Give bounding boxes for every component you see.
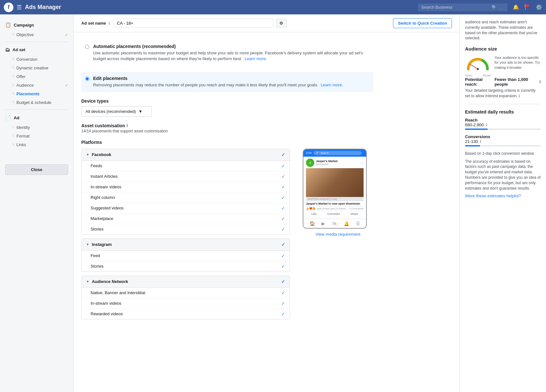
sidebar-item-audience[interactable]: └ Audience ✓ — [0, 81, 73, 90]
campaign-section: 📋 Campaign └ Objective ✓ — [0, 20, 73, 39]
search-icon: 🔍 — [492, 5, 497, 10]
device-types-dropdown[interactable]: All devices (recommended) ▼ — [81, 106, 152, 117]
reach-value: 680-2,900 ℹ — [465, 122, 541, 127]
facebook-marketplace-label: Marketplace — [91, 216, 113, 221]
facebook-marketplace-item[interactable]: Marketplace ✓ — [82, 214, 290, 224]
audience-network-collapse-icon: ▼ — [86, 280, 89, 283]
audience-network-check-icon: ✓ — [281, 279, 285, 284]
facebook-right-column-item[interactable]: Right column ✓ — [82, 192, 290, 203]
edit-placement-text: Edit placements Removing placements may … — [93, 76, 343, 88]
sidebar-item-objective[interactable]: └ Objective ✓ — [0, 30, 73, 39]
facebook-feeds-item[interactable]: Feeds ✓ — [82, 161, 290, 171]
facebook-suggested-videos-item[interactable]: Suggested videos ✓ — [82, 203, 290, 214]
conversions-bar-container — [465, 145, 541, 146]
facebook-instream-check: ✓ — [281, 184, 285, 190]
settings-icon[interactable]: ⚙️ — [536, 4, 542, 10]
preview-search-icon: 🔍 — [316, 152, 319, 154]
gauge-labels: Speci Broad — [465, 74, 491, 77]
audience-network-rewarded-item[interactable]: Rewarded videos ✓ — [82, 309, 290, 319]
sidebar-item-links[interactable]: └ Links — [0, 140, 73, 149]
facebook-stories-item[interactable]: Stories ✓ — [82, 224, 290, 234]
were-estimates-helpful-link[interactable]: Were these estimates helpful? — [465, 193, 541, 198]
instagram-stories-label: Stories — [91, 264, 103, 269]
interest-expansion-info-icon[interactable]: ℹ — [518, 94, 520, 98]
reach-info-icon[interactable]: ℹ — [486, 122, 487, 127]
facebook-feeds-label: Feeds — [91, 163, 102, 168]
ad-set-header: 🗂 Ad set — [0, 44, 73, 55]
sidebar-item-conversion[interactable]: └ Conversion — [0, 55, 73, 64]
automatic-radio[interactable] — [85, 45, 89, 49]
preview-device-header: 2:04 🔍 Search — [303, 149, 366, 157]
sidebar-item-identity[interactable]: └ Identity — [0, 123, 73, 132]
switch-to-quick-creation-button[interactable]: Switch to Quick Creation — [393, 18, 452, 28]
close-button[interactable]: Close — [5, 164, 68, 175]
facebook-collapse-icon: ▼ — [86, 153, 89, 156]
asset-info-icon[interactable]: ℹ — [126, 123, 128, 128]
instagram-platform-group: ▼ Instagram ✓ Feed ✓ Stories — [81, 239, 290, 272]
automatic-learn-more-link[interactable]: Learn more. — [245, 56, 267, 61]
sidebar-item-placements[interactable]: └ Placements — [0, 90, 73, 98]
facebook-right-column-label: Right column — [91, 195, 115, 200]
audience-network-native-check: ✓ — [281, 290, 285, 295]
view-media-requirement-link[interactable]: View media requirement — [303, 232, 373, 237]
sidebar: 📋 Campaign └ Objective ✓ 🗂 Ad set └ Conv… — [0, 14, 74, 392]
facebook-right-column-check: ✓ — [281, 195, 285, 200]
instagram-stories-item[interactable]: Stories ✓ — [82, 261, 290, 271]
sidebar-item-offer[interactable]: └ Offer — [0, 72, 73, 81]
audience-network-native-item[interactable]: Native, Banner and Interstitial ✓ — [82, 288, 290, 298]
audience-network-instream-label: In-stream videos — [91, 301, 121, 306]
dropdown-arrow-icon: ▼ — [139, 109, 143, 114]
facebook-marketplace-check: ✓ — [281, 216, 285, 221]
preview-ad-header-row: J Jasper's Market Sponsored ··· — [306, 159, 364, 167]
preview-like-action[interactable]: Like — [311, 212, 317, 216]
ad-set-name-input[interactable] — [113, 19, 273, 28]
preview-ad-title: Jasper's Market is now open downtown — [306, 201, 364, 206]
facebook-instant-check: ✓ — [281, 174, 285, 179]
preview-ad-url: JASPERS-MARKET.COM — [306, 197, 364, 201]
preview-ad-info: Jasper's Market Sponsored — [316, 160, 360, 166]
facebook-platform-header[interactable]: ▼ Facebook ✓ — [82, 149, 290, 161]
preview-share-action[interactable]: Share — [350, 212, 358, 216]
edit-radio[interactable] — [85, 77, 89, 81]
potential-reach-info-icon[interactable]: ℹ — [539, 80, 541, 84]
main-content: Ad set name ℹ ⚙ Switch to Quick Creation… — [74, 14, 460, 392]
main-container: 📋 Campaign └ Objective ✓ 🗂 Ad set └ Conv… — [0, 14, 546, 392]
sidebar-item-budget-schedule[interactable]: └ Budget & schedule — [0, 98, 73, 107]
preview-nav-bell-icon: 🔔 — [344, 221, 349, 226]
audience-network-platform-header[interactable]: ▼ Audience Network ✓ — [82, 276, 290, 288]
facebook-instream-videos-item[interactable]: In-stream videos ✓ — [82, 182, 290, 192]
instagram-check-icon: ✓ — [281, 242, 285, 247]
sidebar-item-format[interactable]: └ Format — [0, 132, 73, 140]
ad-set-name-info-icon[interactable]: ℹ — [108, 21, 110, 26]
notifications-icon[interactable]: 🔔 — [513, 4, 519, 10]
facebook-platform-group: ▼ Facebook ✓ Feeds ✓ Instant Articles — [81, 149, 290, 235]
flag-icon[interactable]: 🚩 — [524, 4, 531, 10]
campaign-header: 📋 Campaign — [0, 20, 73, 30]
automatic-placements-option[interactable]: Automatic placements (recommended) Use a… — [81, 40, 373, 66]
platforms-label: Platforms — [81, 140, 373, 145]
hamburger-icon[interactable]: ☰ — [17, 4, 22, 11]
reach-label: Reach — [465, 118, 541, 122]
preview-comment-action[interactable]: Comment — [327, 212, 340, 216]
reach-result: Reach 680-2,900 ℹ — [465, 118, 541, 130]
search-bar: 🔍 — [418, 4, 508, 11]
edit-placements-desc: Removing placements may reduce the numbe… — [93, 82, 343, 88]
preview-search-bar: 🔍 Search — [314, 151, 362, 155]
edit-learn-more-link[interactable]: Learn more. — [321, 82, 343, 87]
ad-set-label: Ad set — [12, 47, 25, 52]
gear-button[interactable]: ⚙ — [276, 19, 287, 28]
preview-ad-tag: Sponsored — [316, 163, 360, 166]
sidebar-item-dynamic-creative[interactable]: └ Dynamic creative — [0, 64, 73, 72]
divider-1 — [5, 42, 68, 42]
header-bar: Ad set name ℹ ⚙ Switch to Quick Creation — [74, 14, 460, 32]
placements-content: Automatic placements (recommended) Use a… — [74, 32, 381, 331]
instagram-platform-header[interactable]: ▼ Instagram ✓ — [82, 239, 290, 251]
facebook-instant-articles-item[interactable]: Instant Articles ✓ — [82, 171, 290, 182]
conversions-info-icon[interactable]: ℹ — [480, 139, 481, 144]
search-input[interactable] — [421, 5, 492, 10]
instagram-feed-item[interactable]: Feed ✓ — [82, 251, 290, 261]
audience-network-instream-item[interactable]: In-stream videos ✓ — [82, 298, 290, 309]
edit-placements-option[interactable]: Edit placements Removing placements may … — [81, 72, 373, 92]
audience-network-platform-group: ▼ Audience Network ✓ Native, Banner and … — [81, 276, 290, 319]
facebook-suggested-check: ✓ — [281, 206, 285, 211]
